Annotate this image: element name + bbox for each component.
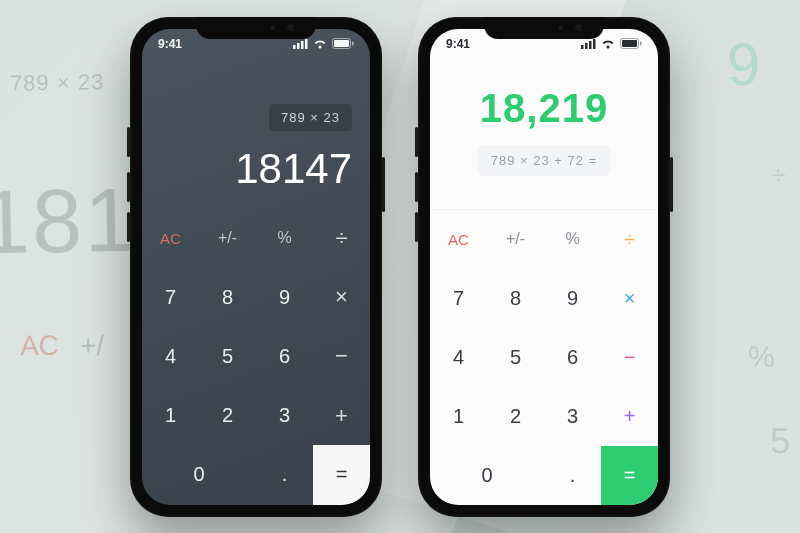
- digit-6-button[interactable]: 6: [544, 328, 601, 387]
- digit-2-button[interactable]: 2: [199, 386, 256, 445]
- decimal-button[interactable]: .: [256, 445, 313, 504]
- status-icons: [581, 38, 642, 49]
- percent-button[interactable]: %: [256, 209, 313, 268]
- svg-rect-12: [622, 40, 637, 47]
- display-area: 18,219 789 × 23 + 72 =: [430, 59, 658, 209]
- svg-rect-7: [581, 45, 584, 49]
- calculator-screen-dark: 9:41 789 × 23 18147 AC +/- % ÷ 7 8 9 ×: [142, 29, 370, 505]
- phone-frame-light: 9:41 18,219 789 × 23 + 72 = AC +/- % ÷ 7…: [418, 17, 670, 517]
- digit-8-button[interactable]: 8: [487, 269, 544, 328]
- clear-button[interactable]: AC: [142, 209, 199, 268]
- status-time: 9:41: [446, 37, 470, 51]
- battery-icon: [332, 38, 354, 49]
- percent-button[interactable]: %: [544, 210, 601, 269]
- digit-7-button[interactable]: 7: [430, 269, 487, 328]
- status-time: 9:41: [158, 37, 182, 51]
- equals-button[interactable]: =: [601, 446, 658, 505]
- svg-rect-1: [297, 43, 300, 49]
- add-button[interactable]: +: [313, 386, 370, 445]
- svg-rect-2: [301, 41, 304, 49]
- digit-3-button[interactable]: 3: [256, 386, 313, 445]
- svg-rect-3: [305, 39, 308, 49]
- digit-2-button[interactable]: 2: [487, 387, 544, 446]
- digit-3-button[interactable]: 3: [544, 387, 601, 446]
- notch: [484, 17, 604, 39]
- digit-7-button[interactable]: 7: [142, 268, 199, 327]
- expression-display: 789 × 23: [269, 104, 352, 131]
- keypad: AC +/- % ÷ 7 8 9 × 4 5 6 − 1 2 3 + 0 . =: [430, 209, 658, 505]
- divide-button[interactable]: ÷: [313, 209, 370, 268]
- subtract-button[interactable]: −: [313, 327, 370, 386]
- digit-1-button[interactable]: 1: [430, 387, 487, 446]
- wifi-icon: [313, 39, 327, 49]
- sign-button[interactable]: +/-: [487, 210, 544, 269]
- svg-rect-5: [334, 40, 349, 47]
- svg-rect-6: [352, 42, 354, 46]
- divide-button[interactable]: ÷: [601, 210, 658, 269]
- digit-6-button[interactable]: 6: [256, 327, 313, 386]
- digit-0-button[interactable]: 0: [142, 445, 256, 504]
- signal-icon: [293, 39, 308, 49]
- svg-rect-8: [585, 43, 588, 49]
- svg-rect-9: [589, 41, 592, 49]
- digit-0-button[interactable]: 0: [430, 446, 544, 505]
- svg-rect-13: [640, 42, 642, 46]
- svg-rect-10: [593, 39, 596, 49]
- sign-button[interactable]: +/-: [199, 209, 256, 268]
- calculator-screen-light: 9:41 18,219 789 × 23 + 72 = AC +/- % ÷ 7…: [430, 29, 658, 505]
- add-button[interactable]: +: [601, 387, 658, 446]
- digit-5-button[interactable]: 5: [487, 328, 544, 387]
- expression-display: 789 × 23 + 72 =: [477, 145, 611, 176]
- digit-4-button[interactable]: 4: [430, 328, 487, 387]
- digit-9-button[interactable]: 9: [544, 269, 601, 328]
- digit-1-button[interactable]: 1: [142, 386, 199, 445]
- equals-button[interactable]: =: [313, 445, 370, 504]
- wifi-icon: [601, 39, 615, 49]
- phone-frame-dark: 9:41 789 × 23 18147 AC +/- % ÷ 7 8 9 ×: [130, 17, 382, 517]
- battery-icon: [620, 38, 642, 49]
- digit-4-button[interactable]: 4: [142, 327, 199, 386]
- signal-icon: [581, 39, 596, 49]
- display-area: 789 × 23 18147: [142, 59, 370, 209]
- notch: [196, 17, 316, 39]
- multiply-button[interactable]: ×: [313, 268, 370, 327]
- result-display: 18,219: [480, 86, 608, 131]
- multiply-button[interactable]: ×: [601, 269, 658, 328]
- status-icons: [293, 38, 354, 49]
- clear-button[interactable]: AC: [430, 210, 487, 269]
- keypad: AC +/- % ÷ 7 8 9 × 4 5 6 − 1 2 3 + 0 . =: [142, 209, 370, 505]
- decimal-button[interactable]: .: [544, 446, 601, 505]
- digit-9-button[interactable]: 9: [256, 268, 313, 327]
- subtract-button[interactable]: −: [601, 328, 658, 387]
- digit-5-button[interactable]: 5: [199, 327, 256, 386]
- svg-rect-0: [293, 45, 296, 49]
- result-display: 18147: [235, 145, 352, 193]
- digit-8-button[interactable]: 8: [199, 268, 256, 327]
